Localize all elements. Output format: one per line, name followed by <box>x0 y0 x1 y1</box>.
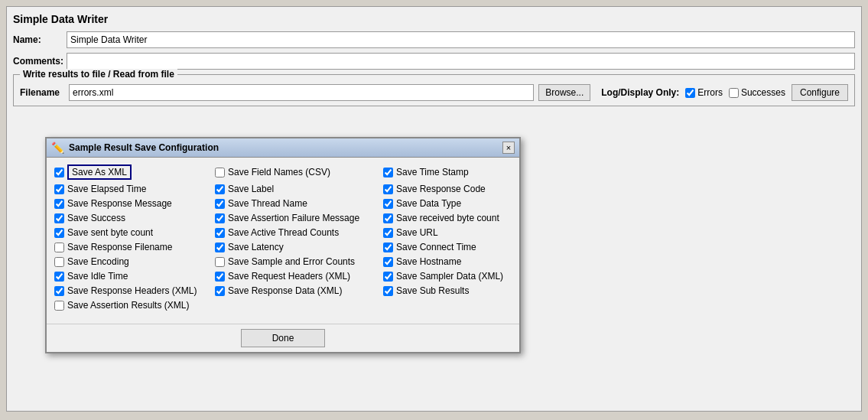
list-item: Save Field Names (CSV) <box>215 164 383 181</box>
saveResponseCode-checkbox[interactable] <box>383 184 393 194</box>
saveElapsed-checkbox[interactable] <box>54 184 64 194</box>
list-item: Save Idle Time <box>54 270 215 282</box>
saveThreadName-label: Save Thread Name <box>228 198 307 209</box>
saveXml-checkbox[interactable] <box>54 168 64 177</box>
list-item: Save Response Code <box>383 183 525 195</box>
saveResponseFilename-label: Save Response Filename <box>67 242 172 252</box>
list-item: Save Sample and Error Counts <box>215 256 383 268</box>
successes-checkbox[interactable] <box>729 88 739 98</box>
list-item: Save Hostname <box>383 256 525 268</box>
errors-checkbox[interactable] <box>685 88 695 98</box>
dialog-body: Save As XMLSave Field Names (CSV)Save Ti… <box>47 158 519 324</box>
list-item: Save Encoding <box>54 256 215 268</box>
saveSubResults-checkbox[interactable] <box>383 286 393 296</box>
dialog-icon: ✏️ <box>51 142 64 154</box>
saveThreadName-checkbox[interactable] <box>215 199 225 209</box>
saveAssertionResults-label: Save Assertion Results (XML) <box>67 300 189 311</box>
saveSamplerData-label: Save Sampler Data (XML) <box>396 271 503 282</box>
group-legend: Write results to file / Read from file <box>20 69 177 80</box>
saveLatency-label: Save Latency <box>228 242 284 252</box>
saveFieldNames-label: Save Field Names (CSV) <box>228 167 330 177</box>
list-item: Save Response Data (XML) <box>215 285 383 297</box>
saveAssertionResults-checkbox[interactable] <box>54 301 64 311</box>
saveResponseData-checkbox[interactable] <box>215 286 225 296</box>
save-config-dialog: ✏️ Sample Result Save Configuration × Sa… <box>45 137 521 353</box>
name-label: Name: <box>13 34 67 45</box>
saveRequestHeaders-checkbox[interactable] <box>215 272 225 282</box>
empty-cell <box>215 299 383 311</box>
file-row: Filename Browse... Log/Display Only: Err… <box>20 84 848 101</box>
list-item: Save Response Filename <box>54 241 215 253</box>
comments-input[interactable] <box>67 53 855 70</box>
saveReceivedByte-label: Save received byte count <box>396 213 499 223</box>
saveEncoding-checkbox[interactable] <box>54 257 64 267</box>
errors-checkbox-label[interactable]: Errors <box>685 87 723 98</box>
list-item: Save Sub Results <box>383 285 525 297</box>
saveLabel-label: Save Label <box>228 184 274 194</box>
saveAssertionFailure-label: Save Assertion Failure Message <box>228 213 359 223</box>
list-item: Save Latency <box>215 241 383 253</box>
name-input[interactable] <box>67 31 855 48</box>
saveElapsed-label: Save Elapsed Time <box>67 184 146 194</box>
saveSentByte-checkbox[interactable] <box>54 228 64 238</box>
saveResponseFilename-checkbox[interactable] <box>54 243 64 252</box>
saveIdleTime-checkbox[interactable] <box>54 272 64 282</box>
empty-cell <box>383 299 525 311</box>
saveLatency-checkbox[interactable] <box>215 243 225 252</box>
log-display-label: Log/Display Only: <box>601 87 679 98</box>
list-item: Save Response Headers (XML) <box>54 285 215 297</box>
list-item: Save Sampler Data (XML) <box>383 270 525 282</box>
list-item: Save Time Stamp <box>383 164 525 181</box>
saveSamplerData-checkbox[interactable] <box>383 272 393 282</box>
list-item: Save Request Headers (XML) <box>215 270 383 282</box>
done-button[interactable]: Done <box>241 329 326 347</box>
errors-label: Errors <box>697 87 723 98</box>
saveDataType-label: Save Data Type <box>396 198 461 209</box>
filename-label: Filename <box>20 87 60 98</box>
saveUrl-checkbox[interactable] <box>383 228 393 238</box>
dialog-title: Sample Result Save Configuration <box>69 142 219 153</box>
saveAssertionFailure-checkbox[interactable] <box>215 213 225 223</box>
dialog-title-left: ✏️ Sample Result Save Configuration <box>51 142 219 154</box>
saveLabel-checkbox[interactable] <box>215 184 225 194</box>
list-item: Save Assertion Failure Message <box>215 212 383 224</box>
saveResponseHeaders-label: Save Response Headers (XML) <box>67 285 197 296</box>
list-item: Save Data Type <box>383 197 525 210</box>
dialog-close-button[interactable]: × <box>502 142 515 154</box>
saveSuccess-label: Save Success <box>67 213 125 223</box>
checkbox-grid: Save As XMLSave Field Names (CSV)Save Ti… <box>54 164 512 311</box>
list-item: Save received byte count <box>383 212 525 224</box>
saveSampleError-label: Save Sample and Error Counts <box>228 256 355 267</box>
comments-label: Comments: <box>13 56 67 67</box>
name-row: Name: <box>13 31 855 48</box>
saveActiveThread-checkbox[interactable] <box>215 228 225 238</box>
list-item: Save Elapsed Time <box>54 183 215 195</box>
list-item: Save Success <box>54 212 215 224</box>
list-item: Save sent byte count <box>54 226 215 239</box>
saveSampleError-checkbox[interactable] <box>215 257 225 267</box>
main-panel: Simple Data Writer Name: Comments: Write… <box>6 6 862 412</box>
saveResponseMsg-label: Save Response Message <box>67 198 172 209</box>
list-item: Save Thread Name <box>215 197 383 210</box>
saveSentByte-label: Save sent byte count <box>67 227 153 238</box>
list-item: Save Assertion Results (XML) <box>54 299 215 311</box>
saveTimeStamp-checkbox[interactable] <box>383 168 393 177</box>
list-item: Save Connect Time <box>383 241 525 253</box>
saveResponseHeaders-checkbox[interactable] <box>54 286 64 296</box>
filename-input[interactable] <box>69 84 534 101</box>
configure-button[interactable]: Configure <box>792 84 848 101</box>
saveConnectTime-checkbox[interactable] <box>383 243 393 252</box>
browse-button[interactable]: Browse... <box>538 84 590 101</box>
list-item: Save As XML <box>54 164 215 181</box>
saveResponseMsg-checkbox[interactable] <box>54 199 64 209</box>
saveEncoding-label: Save Encoding <box>67 256 129 267</box>
log-display-section: Log/Display Only: Errors Successes Confi… <box>601 84 848 101</box>
saveHostname-checkbox[interactable] <box>383 257 393 267</box>
saveSuccess-checkbox[interactable] <box>54 213 64 223</box>
list-item: Save Response Message <box>54 197 215 210</box>
saveReceivedByte-checkbox[interactable] <box>383 213 393 223</box>
dialog-footer: Done <box>47 324 519 352</box>
saveDataType-checkbox[interactable] <box>383 199 393 209</box>
successes-checkbox-label[interactable]: Successes <box>729 87 785 98</box>
saveFieldNames-checkbox[interactable] <box>215 168 225 177</box>
